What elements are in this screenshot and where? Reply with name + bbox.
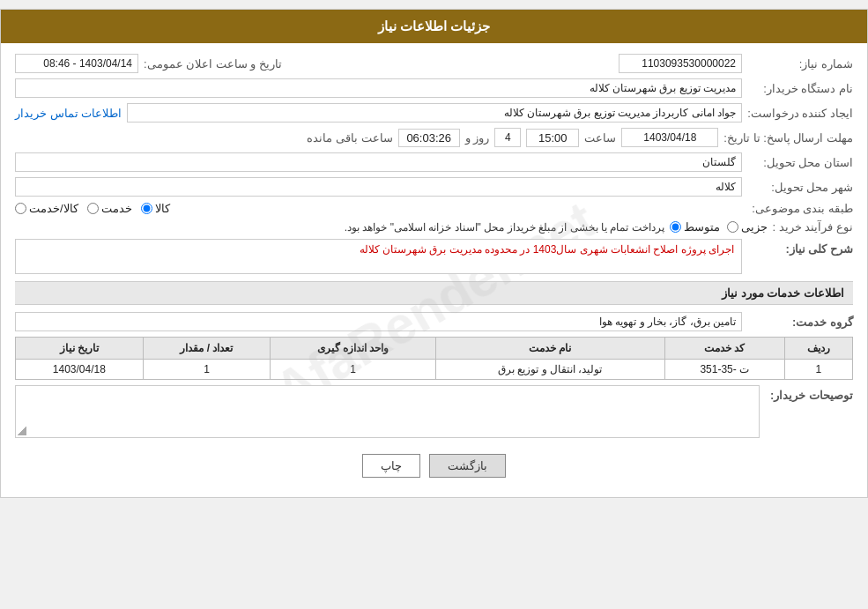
- noeFarayand-detail: پرداخت تمام یا بخشی از مبلغ خریداز محل "…: [15, 221, 664, 234]
- ostan-row: استان محل تحویل: گلستان: [15, 152, 853, 172]
- buyer-desc-label: توصیحات خریدار:: [765, 385, 853, 402]
- cell-radif: 1: [784, 360, 852, 380]
- noeFarayand-motovaset-label: متوسط: [684, 220, 720, 234]
- table-header-row: ردیف کد خدمت نام خدمت واحد اندازه گیری ت…: [16, 338, 853, 360]
- tabaqe-kala-khedmat-radio[interactable]: [15, 203, 26, 214]
- tabaqe-kala-radio[interactable]: [141, 203, 152, 214]
- col-tedad: تعداد / مقدار: [143, 338, 271, 360]
- mohlat-rooz-field: 4: [494, 128, 521, 147]
- noeFarayand-jozi-item: جزیی: [727, 220, 768, 234]
- col-kod: کد خدمت: [664, 338, 784, 360]
- tabaqe-kala-item: کالا: [141, 202, 170, 215]
- countdown-label: ساعت باقی مانده: [307, 131, 392, 145]
- buyer-desc-field: [15, 385, 760, 438]
- cell-kod: ت -35-351: [664, 360, 784, 380]
- tabaqe-kala-label: کالا: [155, 202, 170, 215]
- shahr-label: شهر محل تحویل:: [747, 181, 853, 194]
- ijadKonande-row: ایجاد کننده درخواست: جواد امانی کاربرداز…: [15, 103, 853, 123]
- noeFarayand-jozi-label: جزیی: [741, 220, 768, 234]
- page-title: جزئیات اطلاعات نیاز: [378, 19, 490, 33]
- sharhNiaz-row: شرح کلی نیاز: اجرای پروژه اصلاح انشعابات…: [15, 239, 853, 274]
- col-vahed: واحد اندازه گیری: [271, 338, 435, 360]
- noeFarayand-row: نوع فرآیند خرید : جزیی متوسط پرداخت تمام…: [15, 220, 853, 234]
- col-name: نام خدمت: [435, 338, 664, 360]
- col-tarikh: تاریخ نیاز: [16, 338, 144, 360]
- tabaqe-radio-group: کالا خدمت کالا/خدمت: [15, 202, 742, 215]
- cell-vahed: 1: [271, 360, 435, 380]
- col-radif: ردیف: [784, 338, 852, 360]
- mohlat-label: مهلت ارسال پاسخ: تا تاریخ:: [723, 131, 853, 145]
- tabaqe-row: طبقه بندی موضوعی: کالا خدمت کالا/خدمت: [15, 202, 853, 215]
- mohlat-row: مهلت ارسال پاسخ: تا تاریخ: 1403/04/18 سا…: [15, 128, 853, 147]
- buyer-desc-section: توصیحات خریدار:: [15, 385, 853, 438]
- shomareNiaz-row: شماره نیاز: 1103093530000022 تاریخ و ساع…: [15, 54, 853, 73]
- noeFarayand-motovaset-radio[interactable]: [670, 221, 681, 233]
- tabaqe-label: طبقه بندی موضوعی:: [747, 202, 853, 215]
- countdown-field: 06:03:26: [398, 129, 460, 147]
- services-table: ردیف کد خدمت نام خدمت واحد اندازه گیری ت…: [15, 337, 853, 380]
- tabaqe-kala-khedmat-label: کالا/خدمت: [29, 202, 78, 215]
- namDastgah-row: نام دستگاه خریدار: مدیریت توزیع برق شهرس…: [15, 78, 853, 98]
- noeFarayand-label: نوع فرآیند خرید :: [773, 220, 853, 234]
- buyer-desc-resize-handle: [18, 427, 26, 435]
- namDastgah-field: مدیریت توزیع برق شهرستان کلاله: [15, 78, 742, 98]
- shomareNiaz-label: شماره نیاز:: [747, 57, 853, 71]
- sharhNiaz-label: شرح کلی نیاز:: [747, 239, 853, 256]
- services-section-title: اطلاعات خدمات مورد نیاز: [15, 281, 853, 305]
- content-area: شماره نیاز: 1103093530000022 تاریخ و ساع…: [1, 43, 867, 497]
- tarikhElan-label: تاریخ و ساعت اعلان عمومی:: [144, 57, 282, 71]
- cell-tedad: 1: [143, 360, 271, 380]
- groheKhedmat-field: تامین برق، گاز، بخار و تهویه هوا: [15, 312, 742, 331]
- rooz-label: روز و: [465, 131, 490, 145]
- shomareNiaz-field: 1103093530000022: [619, 54, 742, 73]
- ostan-field: گلستان: [15, 152, 742, 172]
- back-button[interactable]: بازگشت: [429, 454, 506, 478]
- tarikhElan-field: 1403/04/14 - 08:46: [15, 54, 138, 73]
- groheKhedmat-row: گروه خدمت: تامین برق، گاز، بخار و تهویه …: [15, 312, 853, 331]
- namDastgah-label: نام دستگاه خریدار:: [747, 82, 853, 95]
- cell-tarikh: 1403/04/18: [16, 360, 144, 380]
- contact-info-link[interactable]: اطلاعات تماس خریدار: [15, 107, 122, 120]
- cell-name: تولید، انتقال و توزیع برق: [435, 360, 664, 380]
- saat-label: ساعت: [584, 131, 616, 145]
- ostan-label: استان محل تحویل:: [747, 156, 853, 169]
- sharhNiaz-field: اجرای پروژه اصلاح انشعابات شهری سال1403 …: [15, 239, 742, 274]
- footer-buttons: بازگشت چاپ: [15, 445, 853, 486]
- print-button[interactable]: چاپ: [362, 454, 420, 478]
- table-row: 1 ت -35-351 تولید، انتقال و توزیع برق 1 …: [16, 360, 853, 380]
- tabaqe-khedmat-label: خدمت: [101, 202, 132, 215]
- ijadKonande-field: جواد امانی کاربرداز مدیریت توزیع برق شهر…: [127, 103, 742, 123]
- shahr-row: شهر محل تحویل: کلاله: [15, 177, 853, 197]
- page-header: جزئیات اطلاعات نیاز: [1, 10, 867, 43]
- main-container: جزئیات اطلاعات نیاز شماره نیاز: 11030935…: [0, 9, 868, 498]
- tabaqe-kala-khedmat-item: کالا/خدمت: [15, 202, 78, 215]
- noeFarayand-motovaset-item: متوسط: [670, 220, 720, 234]
- mohlat-saat-field: 15:00: [526, 129, 579, 147]
- shahr-field: کلاله: [15, 177, 742, 197]
- tabaqe-khedmat-radio[interactable]: [87, 203, 99, 214]
- noeFarayand-jozi-radio[interactable]: [727, 221, 738, 233]
- ijadKonande-label: ایجاد کننده درخواست:: [747, 107, 853, 120]
- mohlat-date-field: 1403/04/18: [621, 128, 718, 147]
- groheKhedmat-label: گروه خدمت:: [747, 316, 853, 329]
- tabaqe-khedmat-item: خدمت: [87, 202, 132, 215]
